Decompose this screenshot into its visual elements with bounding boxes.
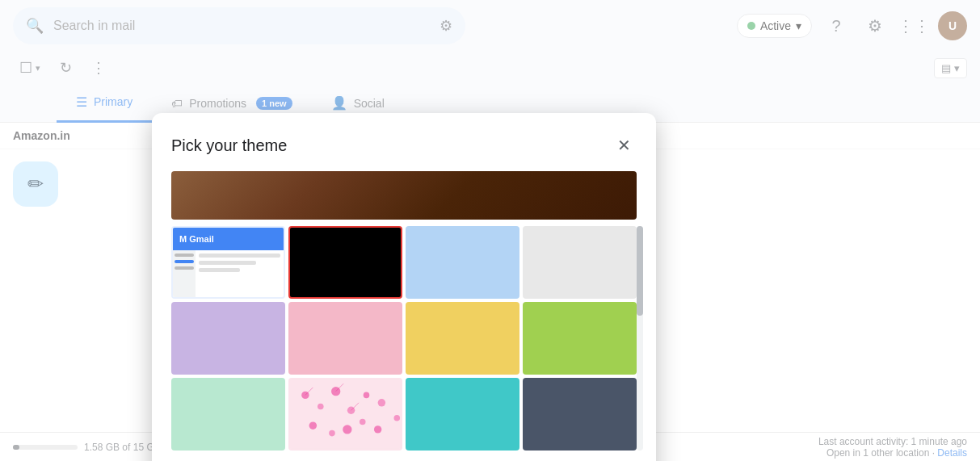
theme-light-gray[interactable]	[523, 226, 637, 299]
theme-yellow[interactable]	[406, 302, 519, 375]
floral-pattern-svg	[290, 379, 401, 449]
modal-title: Pick your theme	[171, 136, 287, 155]
theme-green[interactable]	[523, 302, 637, 375]
theme-lavender[interactable]	[171, 302, 285, 375]
forest-img	[171, 171, 637, 220]
theme-default[interactable]: M Gmail	[171, 226, 285, 299]
scrollbar-thumb[interactable]	[637, 226, 643, 316]
forest-preview-image	[171, 171, 637, 220]
svg-point-5	[364, 392, 370, 399]
modal-close-button[interactable]: ✕	[611, 132, 637, 158]
svg-point-11	[374, 425, 381, 433]
svg-point-6	[378, 399, 385, 406]
svg-point-10	[360, 419, 366, 425]
theme-floral[interactable]	[288, 378, 402, 451]
theme-mint[interactable]	[171, 378, 285, 451]
theme-pink[interactable]	[288, 302, 402, 375]
theme-grid: M Gmail	[171, 226, 637, 451]
svg-point-7	[309, 421, 317, 429]
svg-point-12	[393, 415, 400, 421]
scrollbar-track	[637, 226, 643, 451]
svg-point-8	[329, 430, 335, 437]
svg-point-2	[318, 404, 324, 410]
modal-overlay: Pick your theme ✕ M Gmail	[0, 0, 980, 461]
close-icon: ✕	[617, 136, 631, 155]
theme-grid-wrapper: M Gmail	[171, 226, 637, 451]
svg-rect-0	[290, 379, 401, 448]
theme-black[interactable]	[288, 226, 402, 299]
gmail-logo-preview: M Gmail	[179, 234, 214, 244]
theme-teal[interactable]	[406, 378, 519, 451]
theme-light-blue[interactable]	[406, 226, 519, 299]
theme-navy[interactable]	[523, 378, 637, 451]
modal-header: Pick your theme ✕	[171, 132, 637, 158]
theme-picker-modal: Pick your theme ✕ M Gmail	[152, 113, 656, 461]
svg-point-9	[343, 425, 351, 434]
